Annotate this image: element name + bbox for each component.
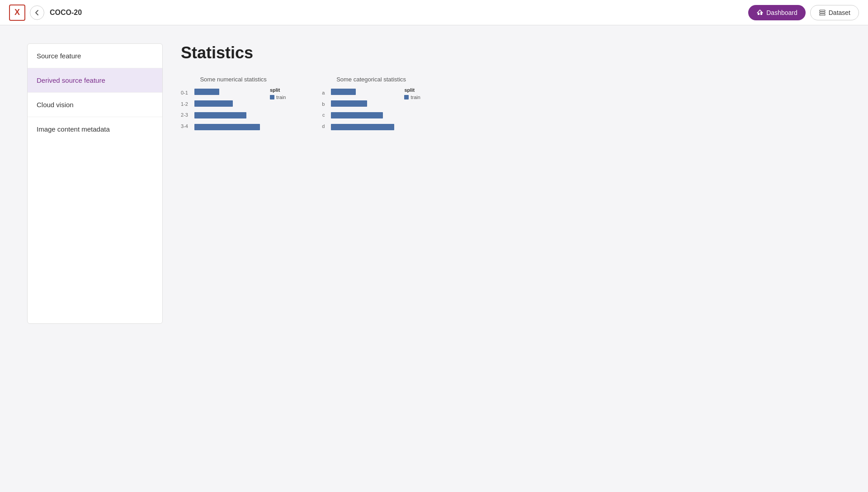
legend-title: split bbox=[404, 87, 420, 93]
chart-label: 3-4 bbox=[181, 122, 188, 131]
bar bbox=[194, 112, 246, 118]
bar bbox=[194, 100, 233, 107]
app-logo: X bbox=[9, 5, 25, 21]
charts-row: Some numerical statistics0-11-22-33-4spl… bbox=[181, 76, 841, 132]
chart-area-numerical: 0-11-22-33-4splittrain bbox=[181, 87, 286, 132]
bar bbox=[331, 89, 356, 95]
svg-rect-1 bbox=[760, 12, 762, 15]
chart-title-numerical: Some numerical statistics bbox=[181, 76, 286, 83]
bar bbox=[194, 124, 260, 130]
bar-row bbox=[331, 111, 394, 120]
chart-label: c bbox=[322, 110, 325, 119]
content-area: Statistics Some numerical statistics0-11… bbox=[181, 43, 841, 474]
legend-color-swatch bbox=[404, 95, 409, 99]
chart-title-categorical: Some categorical statistics bbox=[322, 76, 420, 83]
chart-numerical: Some numerical statistics0-11-22-33-4spl… bbox=[181, 76, 286, 132]
chart-label: 2-3 bbox=[181, 110, 188, 119]
header-actions: Dashboard Dataset bbox=[748, 5, 859, 20]
dashboard-icon bbox=[756, 9, 764, 16]
chart-area-categorical: abcdsplittrain bbox=[322, 87, 420, 132]
svg-rect-4 bbox=[820, 14, 825, 15]
bar-row bbox=[194, 123, 260, 132]
back-icon bbox=[34, 9, 40, 16]
legend-label: train bbox=[410, 95, 420, 100]
bar bbox=[331, 100, 367, 107]
dataset-icon bbox=[819, 9, 826, 16]
svg-rect-2 bbox=[820, 10, 825, 11]
main-content: Source featureDerived source featureClou… bbox=[0, 25, 868, 492]
bar bbox=[331, 112, 383, 118]
chart-label: b bbox=[322, 99, 325, 109]
sidebar-item-image-content-metadata[interactable]: Image content metadata bbox=[28, 117, 162, 141]
legend-title: split bbox=[270, 87, 286, 93]
legend-label: train bbox=[276, 95, 286, 100]
dashboard-button[interactable]: Dashboard bbox=[748, 5, 806, 20]
chart-label: 1-2 bbox=[181, 99, 188, 109]
chart-legend-numerical: splittrain bbox=[270, 87, 286, 132]
bar-row bbox=[194, 87, 260, 96]
bar bbox=[194, 89, 219, 95]
chart-legend-categorical: splittrain bbox=[404, 87, 420, 132]
chart-categorical: Some categorical statisticsabcdsplittrai… bbox=[322, 76, 420, 132]
sidebar-item-derived-source-feature[interactable]: Derived source feature bbox=[28, 68, 162, 93]
sidebar: Source featureDerived source featureClou… bbox=[27, 43, 163, 324]
svg-rect-3 bbox=[820, 12, 825, 13]
dataset-button[interactable]: Dataset bbox=[810, 5, 859, 20]
app-header: X COCO-20 Dashboard Dataset bbox=[0, 0, 868, 25]
legend-item: train bbox=[404, 95, 420, 100]
bar-row bbox=[331, 99, 394, 108]
bar-row bbox=[194, 99, 260, 108]
page-title: Statistics bbox=[181, 43, 841, 62]
chart-label: d bbox=[322, 122, 325, 131]
legend-item: train bbox=[270, 95, 286, 100]
sidebar-item-cloud-vision[interactable]: Cloud vision bbox=[28, 93, 162, 117]
chart-label: a bbox=[322, 88, 325, 97]
legend-color-swatch bbox=[270, 95, 274, 99]
svg-rect-0 bbox=[758, 13, 760, 15]
page-breadcrumb-title: COCO-20 bbox=[50, 9, 748, 17]
chart-label: 0-1 bbox=[181, 88, 188, 97]
sidebar-item-source-feature[interactable]: Source feature bbox=[28, 44, 162, 68]
bar bbox=[331, 124, 394, 130]
bar-row bbox=[194, 111, 260, 120]
bar-row bbox=[331, 123, 394, 132]
back-button[interactable] bbox=[30, 5, 44, 20]
bar-row bbox=[331, 87, 394, 96]
